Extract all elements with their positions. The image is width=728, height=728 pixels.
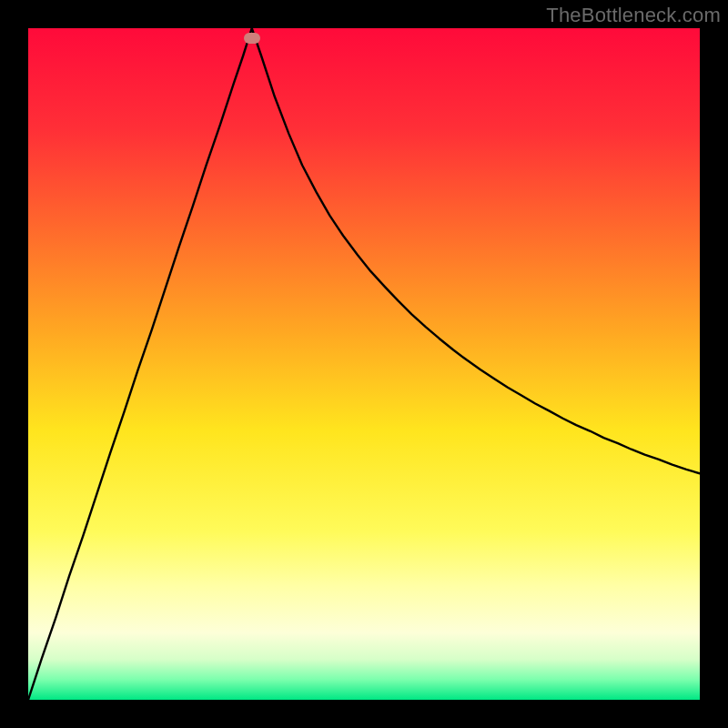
watermark-label: TheBottleneck.com (546, 4, 721, 27)
optimum-marker (244, 33, 260, 44)
bottleneck-curve (28, 28, 700, 700)
chart-stage: TheBottleneck.com (0, 0, 728, 728)
plot-area (28, 28, 700, 700)
